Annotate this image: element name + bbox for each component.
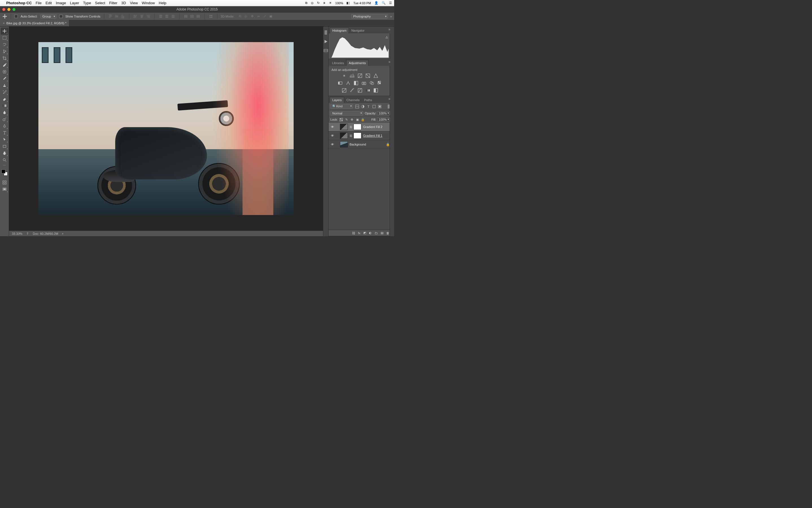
tab-layers[interactable]: Layers: [330, 97, 344, 103]
menu-3d[interactable]: 3D: [122, 1, 126, 5]
align-right-icon[interactable]: [145, 14, 151, 19]
tab-navigator[interactable]: Navigator: [349, 28, 367, 33]
wifi-icon[interactable]: ☀: [329, 1, 332, 5]
menu-view[interactable]: View: [130, 1, 138, 5]
adj-posterize-icon[interactable]: [349, 88, 354, 93]
add-mask-icon[interactable]: ◩: [363, 231, 366, 235]
marquee-tool[interactable]: [1, 35, 8, 41]
notifications-icon[interactable]: ☰: [389, 1, 392, 5]
crop-tool[interactable]: [1, 55, 8, 61]
bluetooth-icon[interactable]: ∗: [323, 1, 326, 5]
adj-brightness-icon[interactable]: ☀: [342, 73, 347, 78]
adj-colorlookup-icon[interactable]: [377, 81, 382, 86]
type-tool[interactable]: [1, 129, 8, 136]
menu-help[interactable]: Help: [159, 1, 166, 5]
auto-select-mode-dropdown[interactable]: Group: [40, 14, 56, 19]
blend-mode-dropdown[interactable]: Normal: [330, 111, 363, 116]
blur-tool[interactable]: [1, 109, 8, 116]
clone-stamp-tool[interactable]: [1, 82, 8, 89]
adj-photofilter-icon[interactable]: [362, 81, 367, 86]
filter-type-icon[interactable]: T: [367, 104, 371, 109]
auto-align-icon[interactable]: [208, 14, 214, 19]
distribute-left-icon[interactable]: [183, 14, 189, 19]
path-select-tool[interactable]: [1, 136, 8, 143]
mask-link-icon[interactable]: ⛓: [349, 134, 352, 137]
filter-shape-icon[interactable]: [372, 104, 376, 109]
opacity-field[interactable]: 100%: [377, 111, 390, 115]
edit-toolbar[interactable]: ⋯: [1, 163, 8, 167]
adj-colorbalance-icon[interactable]: [346, 81, 351, 86]
dock-play-icon[interactable]: [323, 39, 328, 44]
zoom-tool[interactable]: [1, 157, 8, 163]
new-adjustment-icon[interactable]: ◐: [369, 231, 372, 235]
tab-histogram[interactable]: Histogram: [330, 28, 349, 33]
lasso-tool[interactable]: [1, 41, 8, 48]
dock-icon-3[interactable]: [323, 48, 328, 53]
align-left-icon[interactable]: [133, 14, 138, 19]
new-layer-icon[interactable]: ▤: [381, 231, 383, 235]
align-bottom-icon[interactable]: [120, 14, 126, 19]
layer-thumb[interactable]: [340, 141, 348, 147]
distribute-hcenter-icon[interactable]: [189, 14, 195, 19]
panel-menu-icon[interactable]: ≡: [388, 60, 390, 64]
distribute-vcenter-icon[interactable]: [164, 14, 170, 19]
visibility-toggle-icon[interactable]: 👁: [330, 125, 334, 129]
lock-brush-icon[interactable]: ✎: [345, 118, 348, 122]
spotlight-icon[interactable]: 🔍: [382, 1, 386, 5]
adj-hue-icon[interactable]: [338, 81, 343, 86]
delete-layer-icon[interactable]: 🗑: [386, 231, 389, 235]
align-top-edges-icon[interactable]: [107, 14, 113, 19]
adj-curves-icon[interactable]: [357, 73, 363, 78]
layer-row[interactable]: 👁 ⛓ Gradient Fill 1: [329, 131, 392, 140]
search-icon[interactable]: »: [390, 15, 392, 18]
adj-channelmixer-icon[interactable]: [369, 81, 374, 86]
new-group-icon[interactable]: 🗀: [375, 231, 378, 235]
adj-levels-icon[interactable]: [349, 73, 354, 78]
menu-file[interactable]: File: [36, 1, 42, 5]
move-tool[interactable]: [1, 28, 8, 35]
link-layers-icon[interactable]: ⛓: [352, 231, 355, 235]
export-icon[interactable]: ⇪: [26, 232, 29, 235]
tab-adjustments[interactable]: Adjustments: [346, 60, 369, 66]
doc-size-readout[interactable]: Doc: 60.2M/60.2M: [33, 232, 58, 235]
menu-layer[interactable]: Layer: [70, 1, 79, 5]
healing-brush-tool[interactable]: [1, 69, 8, 75]
menu-image[interactable]: Image: [56, 1, 66, 5]
menu-select[interactable]: Select: [95, 1, 105, 5]
rectangle-tool[interactable]: [1, 143, 8, 150]
lock-artboard-icon[interactable]: ▣: [355, 118, 359, 122]
tab-channels[interactable]: Channels: [344, 97, 362, 103]
brush-tool[interactable]: [1, 75, 8, 82]
menu-edit[interactable]: Edit: [45, 1, 52, 5]
workspace-dropdown[interactable]: Photography: [351, 14, 388, 19]
menu-type[interactable]: Type: [83, 1, 91, 5]
eraser-tool[interactable]: [1, 95, 8, 102]
visibility-toggle-icon[interactable]: 👁: [330, 134, 334, 137]
document-canvas[interactable]: [38, 42, 294, 215]
quick-select-tool[interactable]: [1, 48, 8, 55]
fg-bg-swatch[interactable]: [1, 169, 8, 176]
auto-select-checkbox[interactable]: [14, 15, 18, 18]
mask-thumb[interactable]: [353, 132, 362, 139]
cc-icon[interactable]: ◎: [311, 1, 314, 5]
distribute-bottom-icon[interactable]: [170, 14, 176, 19]
adj-selectivecolor-icon[interactable]: [373, 88, 378, 93]
user-icon[interactable]: 👤: [374, 1, 378, 5]
tab-libraries[interactable]: Libraries: [330, 60, 346, 66]
filter-adjust-icon[interactable]: [361, 104, 365, 109]
document-tab[interactable]: × Bike.jpg @ 33.3% (Gradient Fill 2, RGB…: [0, 20, 69, 26]
history-brush-tool[interactable]: [1, 89, 8, 95]
show-transform-checkbox[interactable]: [59, 15, 63, 18]
panel-menu-icon[interactable]: ≡: [388, 28, 390, 31]
eyedropper-tool[interactable]: [1, 61, 8, 69]
menu-window[interactable]: Window: [142, 1, 155, 5]
battery-icon[interactable]: ▮▯: [346, 1, 350, 5]
filter-smart-icon[interactable]: [378, 104, 382, 109]
distribute-top-icon[interactable]: [158, 14, 163, 19]
fx-icon[interactable]: fx: [358, 231, 361, 235]
layer-row[interactable]: 👁 Background 🔒: [329, 140, 392, 149]
distribute-right-icon[interactable]: [195, 14, 201, 19]
filter-pixel-icon[interactable]: [355, 104, 359, 109]
app-menu[interactable]: Photoshop CC: [6, 1, 32, 5]
clock[interactable]: Tue 4:03 PM: [353, 1, 371, 5]
